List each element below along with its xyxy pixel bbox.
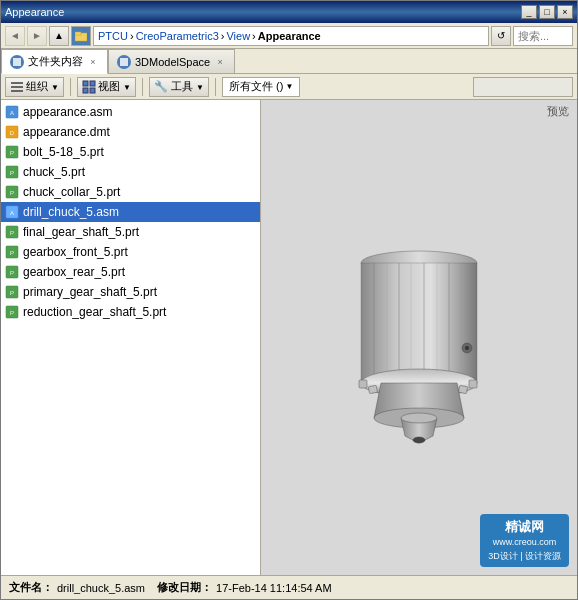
- svg-rect-34: [361, 263, 477, 383]
- breadcrumb-ptcu: PTCU: [98, 30, 128, 42]
- tab-3dmodel-label: 3DModelSpace: [135, 56, 210, 68]
- file-name: bolt_5-18_5.prt: [23, 145, 104, 159]
- svg-rect-9: [83, 88, 88, 93]
- svg-text:A: A: [10, 110, 14, 116]
- tab-files-icon: [10, 55, 24, 69]
- svg-text:P: P: [10, 170, 14, 176]
- address-bar[interactable]: PTCU › CreoParametric3 › View › Appearan…: [93, 26, 489, 46]
- svg-point-56: [401, 413, 437, 423]
- modified-label: 修改日期：: [157, 580, 212, 595]
- svg-text:P: P: [10, 150, 14, 156]
- folder-icon: [71, 26, 91, 46]
- watermark: 精诚网 www.creou.com 3D设计 | 设计资源: [480, 514, 569, 567]
- tab-3dmodel[interactable]: 3DModelSpace ×: [108, 49, 235, 73]
- list-item[interactable]: P primary_gear_shaft_5.prt: [1, 282, 260, 302]
- list-item[interactable]: P bolt_5-18_5.prt: [1, 142, 260, 162]
- tools-label: 🔧 工具 ▼: [154, 79, 204, 94]
- svg-rect-4: [11, 82, 23, 84]
- list-item[interactable]: A appearance.asm: [1, 102, 260, 122]
- modified-value: 17-Feb-14 11:14:54 AM: [216, 582, 332, 594]
- prt-icon: P: [5, 265, 19, 279]
- minimize-button[interactable]: _: [521, 5, 537, 19]
- maximize-button[interactable]: □: [539, 5, 555, 19]
- main-area: A appearance.asm D appearance.dmt P: [1, 100, 577, 575]
- separator-1: [70, 78, 71, 96]
- svg-point-59: [465, 346, 469, 350]
- svg-text:P: P: [10, 250, 14, 256]
- search-input[interactable]: [513, 26, 573, 46]
- toolbar: 组织 ▼ 视图 ▼ 🔧 工具 ▼ 所有文件 () ▼: [1, 74, 577, 100]
- separator-2: [142, 78, 143, 96]
- tab-files[interactable]: 文件夹内容 ×: [1, 49, 108, 74]
- back-button[interactable]: ◄: [5, 26, 25, 46]
- svg-text:P: P: [10, 310, 14, 316]
- view-label: 视图 ▼: [82, 79, 131, 94]
- svg-text:P: P: [10, 190, 14, 196]
- forward-button[interactable]: ►: [27, 26, 47, 46]
- file-name: primary_gear_shaft_5.prt: [23, 285, 157, 299]
- filter-chevron: ▼: [285, 82, 293, 91]
- svg-text:P: P: [10, 290, 14, 296]
- svg-rect-6: [11, 90, 23, 92]
- title-text: Appearance: [5, 6, 519, 18]
- tools-button[interactable]: 🔧 工具 ▼: [149, 77, 209, 97]
- prt-icon: P: [5, 245, 19, 259]
- search-area: [513, 26, 573, 46]
- filename-label: 文件名：: [9, 580, 53, 595]
- asm-icon: A: [5, 105, 19, 119]
- list-item[interactable]: P gearbox_rear_5.prt: [1, 262, 260, 282]
- svg-rect-44: [359, 380, 367, 388]
- breadcrumb-creo: CreoParametric3: [136, 30, 219, 42]
- list-item[interactable]: D appearance.dmt: [1, 122, 260, 142]
- svg-rect-45: [368, 385, 377, 393]
- svg-rect-53: [459, 385, 468, 393]
- file-list: A appearance.asm D appearance.dmt P: [1, 100, 260, 324]
- tab-files-label: 文件夹内容: [28, 54, 83, 69]
- close-button[interactable]: ×: [557, 5, 573, 19]
- asm-icon-selected: A: [5, 205, 19, 219]
- svg-rect-3: [120, 58, 128, 66]
- svg-rect-54: [469, 380, 477, 388]
- list-item[interactable]: P chuck_5.prt: [1, 162, 260, 182]
- up-button[interactable]: ▲: [49, 26, 69, 46]
- file-name: chuck_collar_5.prt: [23, 185, 120, 199]
- svg-rect-2: [13, 58, 21, 66]
- nav-bar: ◄ ► ▲ PTCU › CreoParametric3 › View › Ap…: [1, 23, 577, 49]
- prt-icon: P: [5, 285, 19, 299]
- tab-bar: 文件夹内容 × 3DModelSpace ×: [1, 49, 577, 74]
- view-button[interactable]: 视图 ▼: [77, 77, 136, 97]
- refresh-button[interactable]: ↺: [491, 26, 511, 46]
- breadcrumb-view: View: [226, 30, 250, 42]
- content-search[interactable]: [473, 77, 573, 97]
- list-item[interactable]: P reduction_gear_shaft_5.prt: [1, 302, 260, 322]
- file-name: appearance.dmt: [23, 125, 110, 139]
- svg-rect-10: [90, 88, 95, 93]
- file-name: reduction_gear_shaft_5.prt: [23, 305, 166, 319]
- organize-button[interactable]: 组织 ▼: [5, 77, 64, 97]
- list-item[interactable]: P chuck_collar_5.prt: [1, 182, 260, 202]
- svg-rect-8: [90, 81, 95, 86]
- dmt-icon: D: [5, 125, 19, 139]
- preview-label: 预览: [547, 104, 569, 119]
- tab-3dmodel-close[interactable]: ×: [214, 56, 226, 68]
- tab-files-close[interactable]: ×: [87, 56, 99, 68]
- svg-text:P: P: [10, 230, 14, 236]
- file-name: chuck_5.prt: [23, 165, 85, 179]
- list-item-selected[interactable]: A drill_chuck_5.asm: [1, 202, 260, 222]
- file-name-selected: drill_chuck_5.asm: [23, 205, 119, 219]
- file-name: final_gear_shaft_5.prt: [23, 225, 139, 239]
- list-item[interactable]: P gearbox_front_5.prt: [1, 242, 260, 262]
- filter-label: 所有文件 (): [229, 79, 283, 94]
- file-name: gearbox_front_5.prt: [23, 245, 128, 259]
- breadcrumb-appearance: Appearance: [258, 30, 321, 42]
- separator-3: [215, 78, 216, 96]
- svg-point-57: [413, 437, 425, 443]
- status-bar: 文件名： drill_chuck_5.asm 修改日期： 17-Feb-14 1…: [1, 575, 577, 599]
- svg-text:D: D: [10, 130, 15, 136]
- prt-icon: P: [5, 225, 19, 239]
- list-item[interactable]: P final_gear_shaft_5.prt: [1, 222, 260, 242]
- filename-value: drill_chuck_5.asm: [57, 582, 145, 594]
- svg-rect-7: [83, 81, 88, 86]
- svg-rect-1: [75, 32, 81, 35]
- filter-dropdown[interactable]: 所有文件 () ▼: [222, 77, 300, 97]
